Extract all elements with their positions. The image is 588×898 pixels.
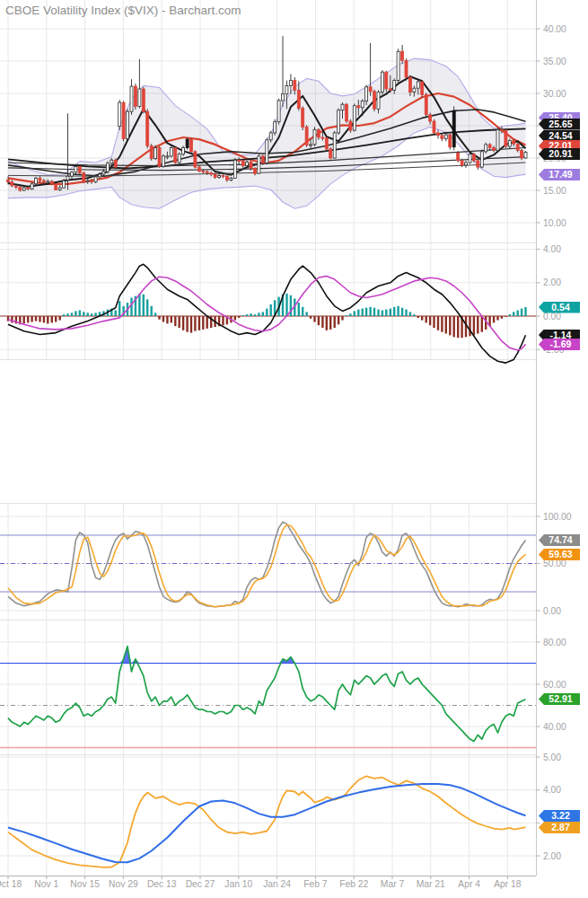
y-axis-label: 0.00 xyxy=(543,606,561,616)
y-axis-label: 80.00 xyxy=(543,638,566,647)
stochastic-value-badge: 59.63 xyxy=(539,549,580,560)
x-axis-label: Mar 21 xyxy=(417,879,445,889)
x-axis-label: Jan 24 xyxy=(263,879,291,889)
y-axis-label: 10.00 xyxy=(543,218,566,228)
x-axis-label: Feb 7 xyxy=(303,879,328,889)
y-axis-label: 40.00 xyxy=(543,24,566,34)
rs_indicator-value-badge: 52.91 xyxy=(539,693,580,705)
x-axis-label: Dec 27 xyxy=(186,879,215,889)
x-axis-label: Feb 22 xyxy=(339,879,368,889)
macd-value-badge: -1.69 xyxy=(539,339,580,350)
y-axis-label: 35.00 xyxy=(543,57,566,66)
y-axis-label: 4.00 xyxy=(543,785,561,795)
x-axis-label: Nov 1 xyxy=(34,879,58,889)
stochastic-lines xyxy=(0,522,536,607)
y-axis-label: 2.00 xyxy=(543,851,561,861)
price-value-badge: 24.54 xyxy=(539,130,580,142)
y-axis-label: 30.00 xyxy=(543,89,566,99)
x-axis-label: Nov 29 xyxy=(109,879,138,889)
y-axis-label: 40.00 xyxy=(543,722,566,732)
macd-value-badge: 0.54 xyxy=(539,302,580,313)
y-axis-label: 2.00 xyxy=(543,277,561,287)
y-axis-label: 100.00 xyxy=(543,512,572,522)
x-axis-label: Mar 7 xyxy=(381,879,405,889)
price-value-badge: 25.65 xyxy=(539,119,580,130)
y-axis-label: 4.00 xyxy=(543,244,561,254)
y-axis-label: 15.00 xyxy=(543,186,566,196)
x-axis-label: Dec 13 xyxy=(147,879,177,889)
chart-canvas: Oct 18Nov 1Nov 15Nov 29Dec 13Dec 27Jan 1… xyxy=(0,0,588,898)
macd-histogram xyxy=(0,294,536,338)
x-axis-label: Apr 4 xyxy=(458,879,480,889)
trend-value-badge: 2.87 xyxy=(539,822,580,833)
stochastic-value-badge: 74.74 xyxy=(539,534,580,546)
relative-strength-line xyxy=(0,647,536,748)
vix-multi-panel-chart: CBOE Volatility Index ($VIX) - Barchart.… xyxy=(0,0,588,898)
y-axis-label: 60.00 xyxy=(543,680,566,690)
price-value-badge: 20.91 xyxy=(539,148,580,160)
y-axis-label: 5.00 xyxy=(543,753,561,762)
x-axis-label: Jan 10 xyxy=(224,879,252,889)
x-axis-label: Apr 18 xyxy=(494,879,522,889)
chart-title: CBOE Volatility Index ($VIX) - Barchart.… xyxy=(5,4,241,17)
x-axis-label: Nov 15 xyxy=(70,879,100,889)
price-value-badge: 17.49 xyxy=(539,169,580,180)
x-axis-label: Oct 18 xyxy=(0,879,22,889)
trend-value-badge: 3.22 xyxy=(539,810,580,822)
